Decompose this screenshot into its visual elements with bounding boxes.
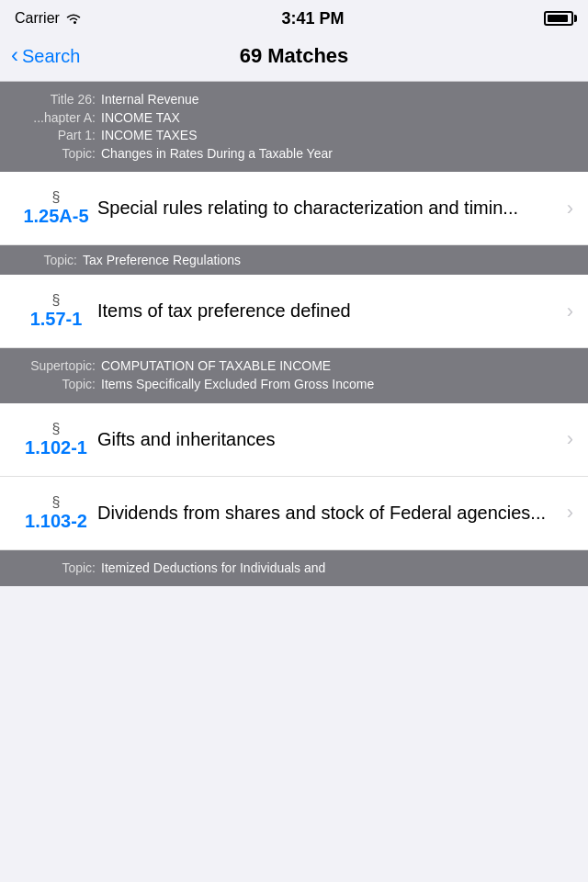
- header-row-part: Part 1: INCOME TAXES: [13, 127, 575, 145]
- wifi-icon: [65, 13, 82, 25]
- header-row-topic1: Topic: Changes in Rates During a Taxable…: [13, 145, 575, 164]
- carrier-label: Carrier: [15, 10, 60, 27]
- header-label-bottom: Topic:: [13, 560, 96, 578]
- section-header-3: Supertopic: COMPUTATION OF TAXABLE INCOM…: [0, 348, 588, 402]
- header-value-topic1: Changes in Rates During a Taxable Year: [101, 145, 333, 164]
- section-text-2: Items of tax preference defined: [97, 299, 567, 323]
- section-num-1: § 1.25A-5: [15, 189, 97, 227]
- header-label-chapter: ...hapter A:: [13, 109, 96, 128]
- header-row-title: Title 26: Internal Revenue: [13, 91, 575, 109]
- section-code-1: 1.25A-5: [23, 206, 88, 226]
- section-code-4: 1.103-2: [25, 511, 87, 531]
- section-num-2: § 1.57-1: [15, 292, 97, 330]
- nav-bar: ‹ Search 69 Matches: [0, 37, 588, 82]
- page-title: 69 Matches: [240, 44, 349, 68]
- battery-fill: [548, 15, 568, 22]
- topic-value-2: Tax Preference Regulations: [83, 253, 241, 267]
- section-text-1: Special rules relating to characterizati…: [97, 196, 567, 220]
- header-value-topic3: Items Specifically Excluded From Gross I…: [101, 376, 374, 394]
- header-label-supertopic: Supertopic:: [13, 357, 96, 376]
- list-item-1[interactable]: § 1.25A-5 Special rules relating to char…: [0, 172, 588, 245]
- header-value-chapter: INCOME TAX: [101, 109, 180, 128]
- back-label: Search: [22, 46, 80, 67]
- chevron-right-icon-4: ›: [567, 501, 573, 525]
- back-chevron-icon: ‹: [11, 44, 18, 66]
- list-item-4[interactable]: § 1.103-2 Dividends from shares and stoc…: [0, 477, 588, 550]
- section-header-1: Title 26: Internal Revenue ...hapter A: …: [0, 82, 588, 172]
- header-row-topic3: Topic: Items Specifically Excluded From …: [13, 376, 575, 394]
- header-label-part: Part 1:: [13, 127, 96, 145]
- section-text-4: Dividends from shares and stock of Feder…: [97, 501, 567, 526]
- section-symbol-2: §: [15, 292, 97, 309]
- header-label-topic3: Topic:: [13, 376, 96, 394]
- chevron-right-icon-2: ›: [567, 300, 573, 323]
- status-time: 3:41 PM: [281, 9, 344, 28]
- section-symbol-3: §: [15, 421, 97, 437]
- section-header-bottom: Topic: Itemized Deductions for Individua…: [0, 550, 588, 587]
- chevron-right-icon-1: ›: [567, 197, 573, 220]
- header-label-topic1: Topic:: [13, 145, 96, 164]
- header-value-part: INCOME TAXES: [101, 127, 198, 145]
- carrier-info: Carrier: [15, 10, 82, 27]
- topic-header-2: Topic: Tax Preference Regulations: [0, 245, 588, 275]
- topic-label-2: Topic:: [13, 253, 77, 267]
- list-item-3[interactable]: § 1.102-1 Gifts and inheritances ›: [0, 403, 588, 477]
- topic-row-2: Topic: Tax Preference Regulations: [13, 253, 575, 267]
- battery-indicator: [544, 11, 573, 26]
- section-symbol-4: §: [15, 494, 97, 511]
- header-value-title: Internal Revenue: [101, 91, 199, 109]
- battery-icon: [544, 11, 573, 26]
- status-bar: Carrier 3:41 PM: [0, 0, 588, 37]
- section-text-3: Gifts and inheritances: [97, 427, 567, 452]
- back-button[interactable]: ‹ Search: [11, 46, 80, 67]
- chevron-right-icon-3: ›: [567, 427, 573, 451]
- header-value-bottom: Itemized Deductions for Individuals and: [101, 560, 325, 578]
- header-value-supertopic: COMPUTATION OF TAXABLE INCOME: [101, 357, 331, 376]
- header-label-title: Title 26:: [13, 91, 96, 109]
- header-row-supertopic: Supertopic: COMPUTATION OF TAXABLE INCOM…: [13, 357, 575, 376]
- list-item-2[interactable]: § 1.57-1 Items of tax preference defined…: [0, 275, 588, 348]
- section-code-3: 1.102-1: [25, 437, 87, 458]
- section-num-3: § 1.102-1: [15, 421, 97, 458]
- section-code-2: 1.57-1: [30, 309, 83, 329]
- section-num-4: § 1.103-2: [15, 494, 97, 532]
- section-symbol-1: §: [15, 189, 97, 206]
- header-row-chapter: ...hapter A: INCOME TAX: [13, 109, 575, 128]
- header-row-bottom: Topic: Itemized Deductions for Individua…: [13, 560, 575, 578]
